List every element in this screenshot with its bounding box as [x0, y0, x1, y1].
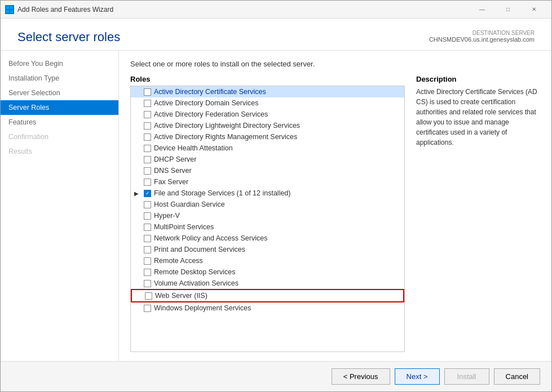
app-icon — [5, 5, 14, 14]
cancel-button[interactable]: Cancel — [494, 368, 540, 385]
role-checkbox[interactable] — [144, 167, 151, 175]
sidebar: Before You Begin Installation Type Serve… — [1, 51, 119, 361]
roles-list-container[interactable]: Active Directory Certificate Services Ac… — [130, 86, 405, 352]
roles-label: Roles — [130, 75, 405, 83]
role-item[interactable]: Active Directory Federation Services — [131, 109, 404, 120]
role-checkbox[interactable] — [144, 201, 151, 208]
destination-server-info: DESTINATION SERVER CHNSMDEV06.us.int.gen… — [429, 30, 535, 43]
role-checkbox[interactable] — [144, 257, 151, 265]
role-checkbox[interactable] — [145, 292, 152, 300]
role-item-label: Fax Server — [154, 178, 401, 186]
role-item-label: Print and Document Services — [154, 246, 401, 253]
window: Add Roles and Features Wizard — □ ✕ Sele… — [0, 0, 552, 392]
destination-server-label: DESTINATION SERVER — [429, 30, 535, 36]
role-item[interactable]: DNS Server — [131, 165, 404, 176]
role-checkbox[interactable] — [144, 111, 151, 118]
panel-layout: Roles Active Directory Certificate Servi… — [130, 75, 540, 352]
maximize-button[interactable]: □ — [495, 1, 521, 19]
role-item-label: Active Directory Certificate Services — [154, 88, 401, 96]
role-item[interactable]: Volume Activation Services — [131, 278, 404, 289]
sidebar-item-before-you-begin[interactable]: Before You Begin — [1, 56, 118, 71]
svg-rect-3 — [10, 10, 13, 13]
role-item-label: Remote Desktop Services — [154, 268, 401, 276]
role-checkbox[interactable] — [144, 235, 151, 242]
role-checkbox[interactable] — [144, 133, 151, 141]
role-item-web-server[interactable]: Web Server (IIS) — [131, 289, 404, 302]
role-item-label: Active Directory Domain Services — [154, 99, 401, 107]
role-item-label: Network Policy and Access Services — [154, 234, 401, 242]
role-item-label: File and Storage Services (1 of 12 insta… — [154, 189, 401, 197]
titlebar: Add Roles and Features Wizard — □ ✕ — [1, 1, 551, 19]
role-item[interactable]: Active Directory Lightweight Directory S… — [131, 120, 404, 131]
window-controls: — □ ✕ — [469, 1, 547, 19]
sidebar-item-server-selection[interactable]: Server Selection — [1, 86, 118, 100]
role-item[interactable]: Hyper-V — [131, 210, 404, 221]
role-item-label: Active Directory Rights Management Servi… — [154, 133, 401, 141]
role-checkbox[interactable] — [144, 269, 151, 276]
svg-rect-0 — [6, 6, 9, 9]
role-item[interactable]: Network Policy and Access Services — [131, 233, 404, 244]
sidebar-item-installation-type[interactable]: Installation Type — [1, 71, 118, 86]
role-checkbox[interactable] — [144, 305, 151, 312]
instruction-text: Select one or more roles to install on t… — [130, 60, 540, 68]
sidebar-item-server-roles[interactable]: Server Roles — [1, 100, 118, 115]
role-checkbox[interactable] — [144, 88, 151, 96]
role-item[interactable]: ▶ ✓ File and Storage Services (1 of 12 i… — [131, 188, 404, 199]
role-item-label: Volume Activation Services — [154, 279, 401, 287]
next-button[interactable]: Next > — [395, 368, 440, 385]
role-item[interactable]: Active Directory Certificate Services — [131, 86, 404, 97]
role-item[interactable]: DHCP Server — [131, 154, 404, 165]
sidebar-item-confirmation: Confirmation — [1, 130, 118, 144]
role-item[interactable]: Fax Server — [131, 176, 404, 188]
role-item[interactable]: Print and Document Services — [131, 244, 404, 255]
content-area: Select server roles DESTINATION SERVER C… — [1, 19, 551, 391]
role-item[interactable]: MultiPoint Services — [131, 221, 404, 233]
role-checkbox[interactable] — [144, 246, 151, 253]
roles-list: Active Directory Certificate Services Ac… — [131, 86, 404, 314]
role-item-label: MultiPoint Services — [154, 223, 401, 231]
close-button[interactable]: ✕ — [521, 1, 547, 19]
role-item[interactable]: Remote Access — [131, 255, 404, 266]
role-checkbox[interactable] — [144, 145, 151, 152]
svg-rect-2 — [6, 10, 9, 13]
role-item[interactable]: Remote Desktop Services — [131, 266, 404, 278]
content-panel: Select one or more roles to install on t… — [119, 51, 551, 361]
role-item-label: Hyper-V — [154, 212, 401, 220]
install-button: Install — [444, 368, 489, 385]
role-item-label: Remote Access — [154, 257, 401, 265]
role-item[interactable]: Active Directory Rights Management Servi… — [131, 131, 404, 142]
role-checkbox[interactable] — [144, 280, 151, 287]
role-item[interactable]: Windows Deployment Services — [131, 302, 404, 314]
titlebar-left: Add Roles and Features Wizard — [5, 5, 113, 14]
destination-server-name: CHNSMDEV06.us.int.genesyslab.com — [429, 36, 535, 43]
header: Select server roles DESTINATION SERVER C… — [1, 19, 551, 51]
role-item-label: Device Health Attestation — [154, 144, 401, 152]
description-section: Description Active Directory Certificate… — [416, 75, 540, 352]
role-item[interactable]: Active Directory Domain Services — [131, 97, 404, 109]
role-item[interactable]: Device Health Attestation — [131, 142, 404, 154]
footer: < Previous Next > Install Cancel — [1, 361, 551, 391]
main-body: Before You Begin Installation Type Serve… — [1, 51, 551, 361]
expand-expand-icon[interactable]: ▶ — [134, 190, 141, 197]
role-item[interactable]: Host Guardian Service — [131, 199, 404, 210]
description-label: Description — [416, 75, 540, 83]
svg-rect-1 — [10, 6, 13, 9]
role-checkbox[interactable] — [144, 100, 151, 107]
role-checkbox[interactable] — [144, 179, 151, 186]
role-item-label: Windows Deployment Services — [154, 304, 401, 312]
role-checkbox[interactable] — [144, 122, 151, 130]
role-item-label: Active Directory Lightweight Directory S… — [154, 122, 401, 130]
role-checkbox[interactable]: ✓ — [144, 190, 151, 197]
page-title: Select server roles — [17, 30, 120, 44]
roles-section: Roles Active Directory Certificate Servi… — [130, 75, 405, 352]
role-checkbox[interactable] — [144, 212, 151, 220]
sidebar-item-results: Results — [1, 144, 118, 159]
minimize-button[interactable]: — — [469, 1, 495, 19]
previous-button[interactable]: < Previous — [332, 368, 390, 385]
role-item-label: DNS Server — [154, 167, 401, 175]
window-title: Add Roles and Features Wizard — [17, 6, 113, 14]
role-item-label: Host Guardian Service — [154, 201, 401, 208]
sidebar-item-features[interactable]: Features — [1, 115, 118, 130]
role-checkbox[interactable] — [144, 156, 151, 163]
role-checkbox[interactable] — [144, 224, 151, 231]
